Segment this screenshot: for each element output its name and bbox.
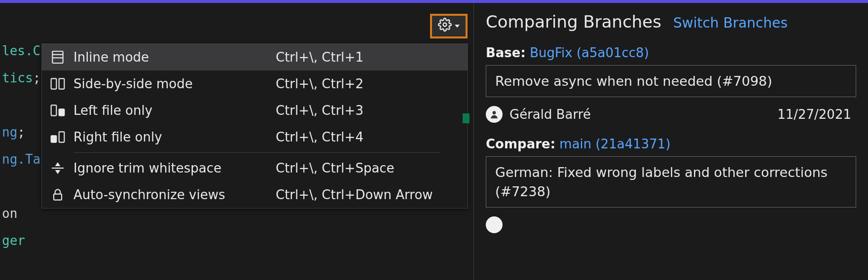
menu-item-left-file-only[interactable]: Left file only Ctrl+\, Ctrl+3 xyxy=(42,97,468,124)
svg-rect-1 xyxy=(52,51,63,63)
compare-label: Compare: xyxy=(486,137,555,151)
gear-icon xyxy=(438,18,452,35)
code-fragment: on xyxy=(2,206,17,221)
code-fragment: tics xyxy=(2,70,33,85)
menu-item-shortcut: Ctrl+\, Ctrl+4 xyxy=(276,130,460,144)
menu-item-right-file-only[interactable]: Right file only Ctrl+\, Ctrl+4 xyxy=(42,124,468,150)
side-by-side-icon xyxy=(50,76,73,92)
menu-item-label: Right file only xyxy=(73,130,276,144)
svg-rect-13 xyxy=(54,194,62,200)
base-commit-message[interactable]: Remove async when not needed (#7098) xyxy=(486,65,856,97)
menu-item-label: Left file only xyxy=(73,103,276,118)
menu-item-shortcut: Ctrl+\, Ctrl+1 xyxy=(276,50,460,65)
commit-author-row: Gérald Barré 11/27/2021 xyxy=(486,106,856,123)
author-name: Gérald Barré xyxy=(509,107,591,122)
compare-branch-link[interactable]: main (21a41371) xyxy=(559,137,670,151)
menu-item-label: Auto-synchronize views xyxy=(73,187,276,202)
base-label: Base: xyxy=(486,45,526,60)
base-branch-link[interactable]: BugFix (a5a01cc8) xyxy=(530,45,649,60)
menu-item-shortcut: Ctrl+\, Ctrl+Down Arrow xyxy=(276,187,460,202)
menu-item-shortcut: Ctrl+\, Ctrl+2 xyxy=(276,76,460,91)
menu-item-label: Ignore trim whitespace xyxy=(73,161,276,175)
svg-marker-11 xyxy=(55,162,61,166)
svg-rect-6 xyxy=(51,105,57,115)
diff-settings-button[interactable] xyxy=(430,14,468,38)
svg-point-0 xyxy=(443,23,447,27)
left-file-icon xyxy=(50,103,73,118)
panel-title: Comparing Branches xyxy=(486,12,661,32)
trim-whitespace-icon xyxy=(50,160,73,176)
commit-date: 11/27/2021 xyxy=(777,107,856,122)
menu-item-label: Side-by-side mode xyxy=(73,76,276,91)
code-fragment: ng xyxy=(2,125,17,140)
compare-branches-panel: Comparing Branches Switch Branches Base:… xyxy=(473,3,868,280)
menu-item-inline-mode[interactable]: Inline mode Ctrl+\, Ctrl+1 xyxy=(42,44,468,70)
svg-marker-12 xyxy=(55,170,61,174)
svg-rect-4 xyxy=(51,78,57,89)
svg-rect-9 xyxy=(59,132,65,142)
dropdown-caret-icon xyxy=(455,25,460,28)
editor-pane: les.Co tics; ng; ng.Tas on ger Inline mo… xyxy=(0,3,473,280)
author-avatar xyxy=(486,106,503,123)
code-fragment: ger xyxy=(2,233,25,248)
lock-icon xyxy=(50,187,73,203)
switch-branches-link[interactable]: Switch Branches xyxy=(673,15,788,31)
svg-point-14 xyxy=(493,111,496,114)
menu-separator xyxy=(73,152,440,153)
right-file-icon xyxy=(50,129,73,145)
svg-rect-8 xyxy=(51,136,57,142)
menu-item-ignore-trim-whitespace[interactable]: Ignore trim whitespace Ctrl+\, Ctrl+Spac… xyxy=(42,155,468,181)
svg-rect-5 xyxy=(59,78,65,89)
menu-item-label: Inline mode xyxy=(73,50,276,65)
diff-change-marker xyxy=(463,113,470,123)
author-avatar xyxy=(486,216,503,233)
svg-rect-7 xyxy=(59,109,65,115)
inline-mode-icon xyxy=(50,49,73,65)
menu-item-shortcut: Ctrl+\, Ctrl+Space xyxy=(276,161,460,175)
menu-item-auto-synchronize-views[interactable]: Auto-synchronize views Ctrl+\, Ctrl+Down… xyxy=(42,181,468,208)
compare-commit-message[interactable]: German: Fixed wrong labels and other cor… xyxy=(486,156,856,208)
menu-item-side-by-side[interactable]: Side-by-side mode Ctrl+\, Ctrl+2 xyxy=(42,70,468,97)
menu-item-shortcut: Ctrl+\, Ctrl+3 xyxy=(276,103,460,118)
diff-view-menu: Inline mode Ctrl+\, Ctrl+1 Side-by-side … xyxy=(41,43,468,209)
